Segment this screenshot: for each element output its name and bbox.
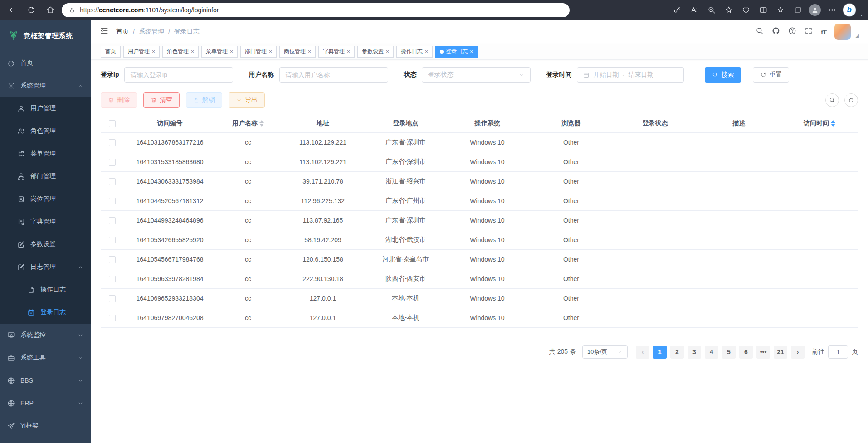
username-field[interactable] — [279, 67, 388, 83]
tab-menu-mgmt[interactable]: 菜单管理× — [201, 46, 238, 58]
close-icon[interactable]: × — [425, 49, 428, 55]
page-button-3[interactable]: 3 — [688, 346, 701, 359]
sidebar-item-operation-log[interactable]: 操作日志 — [0, 278, 91, 301]
login-ip-input[interactable] — [130, 71, 227, 78]
page-button-2[interactable]: 2 — [670, 346, 684, 359]
sidebar-item-param-settings[interactable]: 参数设置 — [0, 233, 91, 256]
bing-dropdown-caret-icon[interactable]: ⌄ — [860, 12, 863, 17]
zoom-out-icon[interactable] — [704, 3, 719, 17]
row-checkbox[interactable] — [109, 237, 116, 243]
tab-user-mgmt[interactable]: 用户管理× — [123, 46, 160, 58]
refresh-table-icon[interactable] — [844, 93, 858, 107]
start-date-placeholder[interactable]: 开始日期 — [593, 71, 619, 79]
fullscreen-icon[interactable] — [805, 27, 813, 37]
close-icon[interactable]: × — [347, 49, 350, 55]
delete-button[interactable]: 删除 — [101, 92, 137, 108]
breadcrumb-home[interactable]: 首页 — [116, 28, 129, 36]
sidebar-item-system-mgmt[interactable]: 系统管理 — [0, 74, 91, 97]
row-checkbox[interactable] — [109, 315, 116, 321]
sidebar-fold-icon[interactable] — [100, 26, 109, 37]
table-row[interactable]: 1641031367863177216cc113.102.129.221广东省-… — [101, 133, 858, 152]
sidebar-item-post-mgmt[interactable]: 岗位管理 — [0, 188, 91, 210]
password-key-icon[interactable] — [669, 3, 685, 17]
table-row[interactable]: 1641069798270046208cc127.0.0.1本地-本机Windo… — [101, 308, 858, 328]
reset-button[interactable]: 重置 — [753, 67, 789, 83]
tab-post-mgmt[interactable]: 岗位管理× — [279, 46, 316, 58]
next-page-button[interactable]: › — [791, 346, 805, 359]
table-row[interactable]: 1641059633978281984cc222.90.130.18陕西省-西安… — [101, 269, 858, 289]
tab-param-settings[interactable]: 参数设置× — [357, 46, 394, 58]
table-row[interactable]: 1641054566717984768cc120.6.150.158河北省-秦皇… — [101, 250, 858, 269]
browser-settings-more-icon[interactable] — [824, 3, 840, 17]
prev-page-button[interactable]: ‹ — [636, 346, 649, 359]
row-checkbox[interactable] — [109, 159, 116, 166]
row-checkbox[interactable] — [109, 198, 116, 204]
sidebar-item-log-mgmt[interactable]: 日志管理 — [0, 256, 91, 278]
close-icon[interactable]: × — [269, 49, 272, 55]
select-all-checkbox[interactable] — [109, 120, 116, 127]
close-icon[interactable]: × — [470, 49, 473, 55]
table-row[interactable]: 1641044993248464896cc113.87.92.165广东省-深圳… — [101, 211, 858, 230]
add-favorite-icon[interactable] — [721, 3, 736, 17]
sidebar-item-erp[interactable]: ERP — [0, 392, 91, 414]
page-button-5[interactable]: 5 — [722, 346, 736, 359]
search-button[interactable]: 搜索 — [705, 67, 741, 83]
breadcrumb-system-mgmt[interactable]: 系统管理 — [139, 28, 164, 36]
sidebar-item-dept-mgmt[interactable]: 部门管理 — [0, 165, 91, 188]
tab-role-mgmt[interactable]: 角色管理× — [162, 46, 199, 58]
status-select[interactable]: 登录状态 — [422, 67, 531, 83]
tab-dict-mgmt[interactable]: 字典管理× — [318, 46, 355, 58]
sidebar-item-home[interactable]: 首页 — [0, 52, 91, 74]
address-bar[interactable]: https://ccnetcore.com:1101/system/log/lo… — [62, 3, 570, 17]
collections-icon[interactable] — [790, 3, 805, 17]
sidebar-item-bbs[interactable]: BBS — [0, 369, 91, 392]
row-checkbox[interactable] — [109, 256, 116, 263]
row-checkbox[interactable] — [109, 139, 116, 146]
read-aloud-icon[interactable] — [687, 3, 702, 17]
close-icon[interactable]: × — [230, 49, 233, 55]
table-row[interactable]: 1641069652933218304cc127.0.0.1本地-本机Windo… — [101, 289, 858, 308]
close-icon[interactable]: × — [386, 49, 389, 55]
row-checkbox[interactable] — [109, 295, 116, 302]
login-ip-field[interactable] — [124, 67, 233, 83]
tab-home[interactable]: 首页 — [101, 46, 121, 58]
page-size-select[interactable]: 10条/页 — [582, 345, 628, 359]
font-size-icon[interactable]: tT — [821, 28, 826, 36]
date-range-picker[interactable]: 开始日期 - 结束日期 — [577, 67, 684, 83]
goto-page-input[interactable] — [828, 345, 848, 359]
row-checkbox[interactable] — [109, 178, 116, 185]
sidebar-item-login-log[interactable]: 登录日志 — [0, 301, 91, 324]
sidebar-item-dict-mgmt[interactable]: 字典管理 — [0, 210, 91, 233]
sort-icons[interactable] — [259, 120, 264, 127]
close-icon[interactable]: × — [152, 49, 155, 55]
refresh-icon[interactable] — [24, 3, 39, 17]
col-user-name[interactable]: 用户名称 — [216, 114, 280, 133]
row-checkbox[interactable] — [109, 217, 116, 224]
page-button-21[interactable]: 21 — [774, 346, 787, 359]
page-ellipsis[interactable]: ••• — [756, 346, 770, 359]
table-row[interactable]: 1641031533185863680cc113.102.129.221广东省-… — [101, 152, 858, 172]
page-button-6[interactable]: 6 — [739, 346, 753, 359]
end-date-placeholder[interactable]: 结束日期 — [628, 71, 653, 79]
avatar-dropdown-caret-icon[interactable]: ◢ — [855, 33, 859, 38]
github-icon[interactable] — [772, 27, 780, 37]
tab-operation-log[interactable]: 操作日志× — [396, 46, 433, 58]
page-button-4[interactable]: 4 — [705, 346, 718, 359]
clear-button[interactable]: 清空 — [143, 92, 180, 108]
browser-essentials-icon[interactable] — [738, 3, 754, 17]
sidebar-item-yi-framework[interactable]: Yi框架 — [0, 414, 91, 437]
username-input[interactable] — [285, 71, 382, 78]
table-row[interactable]: 1641053426655825920cc58.19.42.209湖北省-武汉市… — [101, 230, 858, 250]
export-button[interactable]: 导出 — [229, 92, 265, 108]
page-button-1[interactable]: 1 — [653, 346, 667, 359]
close-icon[interactable]: × — [308, 49, 311, 55]
home-icon[interactable] — [43, 3, 58, 17]
tab-login-log[interactable]: 登录日志× — [435, 46, 478, 58]
profile-avatar-icon[interactable] — [807, 3, 823, 17]
split-screen-icon[interactable] — [756, 3, 771, 17]
sidebar-item-system-tools[interactable]: 系统工具 — [0, 346, 91, 369]
user-avatar[interactable] — [834, 24, 851, 40]
favorites-bar-icon[interactable] — [773, 3, 788, 17]
table-row[interactable]: 1641044520567181312cc112.96.225.132广东省-广… — [101, 191, 858, 211]
help-icon[interactable] — [788, 27, 796, 37]
